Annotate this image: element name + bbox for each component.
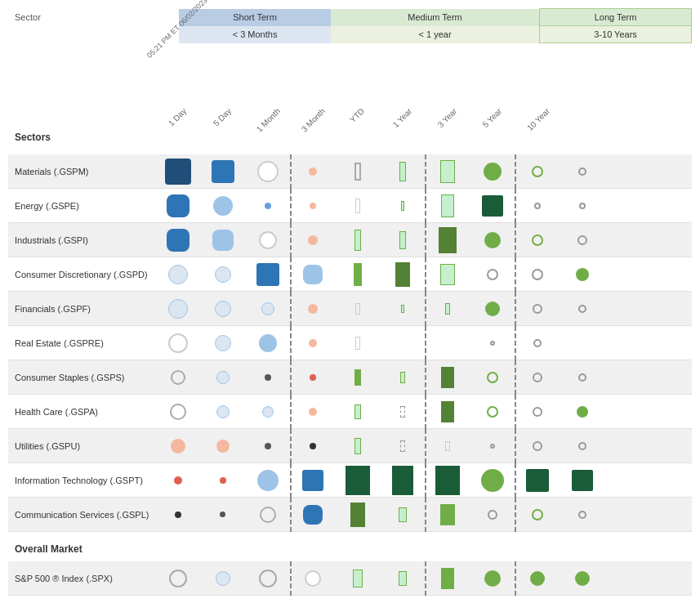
healthcare-label: Health Care (.GSPA): [8, 407, 155, 417]
col-5year: 5 Year: [470, 104, 515, 117]
materials-ytd: [380, 154, 425, 189]
realestate-cells: [155, 326, 692, 360]
comm-3month: [290, 498, 335, 532]
row-staples: Consumer Staples (.GSPS): [8, 360, 692, 395]
materials-1month: [245, 154, 290, 189]
materials-1day: [155, 154, 200, 189]
cd-3year: [470, 257, 515, 292]
col-3month: 3 Month: [290, 104, 335, 117]
hc-5year: [515, 395, 560, 429]
medium-term-header: Medium Term: [331, 9, 540, 26]
energy-1month: [245, 189, 290, 223]
it-3month-bar: [335, 463, 380, 498]
financials-cells: [155, 292, 692, 326]
hc-3year: [470, 395, 515, 429]
row-consumer-disc: Consumer Discretionary (.GSPD): [8, 257, 692, 292]
re-1month: [245, 326, 290, 360]
materials-cells: [155, 154, 692, 189]
hc-3month: [290, 395, 335, 429]
energy-3month-bar: [335, 189, 380, 223]
sector-column-label: Sector: [8, 9, 179, 26]
cs-3year: [470, 360, 515, 395]
staples-cells: [155, 360, 692, 395]
util-3month-bar: [335, 429, 380, 463]
long-term-header: Long Term: [540, 9, 692, 26]
ind-ytd: [380, 223, 425, 257]
spx-3year: [470, 561, 515, 596]
hc-3month-bar: [335, 395, 380, 429]
comm-3month-bar: [335, 498, 380, 532]
row-infotech: Information Technology (.GSPT): [8, 463, 692, 498]
terms-header: Sector Short Term Medium Term Long Term …: [8, 8, 692, 43]
spx-5year: [515, 561, 560, 596]
it-5day: [200, 463, 245, 498]
energy-label: Energy (.GSPE): [8, 201, 155, 211]
cs-10year: [560, 360, 604, 395]
util-10year: [560, 429, 604, 463]
row-financials: Financials (.GSPF): [8, 292, 692, 326]
hc-ytd: [380, 395, 425, 429]
util-1day: [155, 429, 200, 463]
materials-3month-bar: [335, 154, 380, 189]
materials-5year: [515, 154, 560, 189]
cd-1month: [245, 257, 290, 292]
it-1month: [245, 463, 290, 498]
cd-5year: [515, 257, 560, 292]
healthcare-cells: [155, 395, 692, 429]
hc-1year: [425, 395, 470, 429]
fin-1month: [245, 292, 290, 326]
hc-5day: [200, 395, 245, 429]
infotech-label: Information Technology (.GSPT): [8, 476, 155, 485]
cd-1year: [425, 257, 470, 292]
hc-10year: [560, 395, 604, 429]
spx-1day: [155, 561, 200, 596]
re-10year: [560, 326, 604, 360]
energy-1day: [155, 189, 200, 223]
ind-1year: [425, 223, 470, 257]
it-1day: [155, 463, 200, 498]
materials-5day: [200, 154, 245, 189]
it-3year: [470, 463, 515, 498]
ind-3year: [470, 223, 515, 257]
col-1month: 1 Month: [245, 104, 290, 117]
ind-3month: [290, 223, 335, 257]
fin-5day: [200, 292, 245, 326]
hc-1month: [245, 395, 290, 429]
energy-ytd: [380, 189, 425, 223]
col-ytd: YTD: [335, 104, 380, 117]
fin-5year: [515, 292, 560, 326]
row-industrials: Industrials (.GSPI): [8, 223, 692, 257]
util-3year: [470, 429, 515, 463]
it-5year: [515, 463, 560, 498]
fin-3year: [470, 292, 515, 326]
energy-cells: [155, 189, 692, 223]
overall-market-header: Overall Market: [8, 537, 692, 561]
re-3month: [290, 326, 335, 360]
re-1year: [425, 326, 470, 360]
row-energy: Energy (.GSPE): [8, 189, 692, 223]
materials-label: Materials (.GSPM): [8, 167, 155, 176]
consumer-disc-cells: [155, 257, 692, 292]
fin-1day: [155, 292, 200, 326]
util-1month: [245, 429, 290, 463]
financials-label: Financials (.GSPF): [8, 304, 155, 314]
row-utilities: Utilities (.GSPU): [8, 429, 692, 463]
short-term-sub: < 3 Months: [179, 26, 331, 43]
realestate-label: Real Estate (.GSPRE): [8, 338, 155, 348]
commservices-label: Communication Services (.GSPL): [8, 510, 155, 520]
re-5year: [515, 326, 560, 360]
materials-3month: [290, 154, 335, 189]
col-1day: 1 Day: [155, 104, 200, 117]
util-5day: [200, 429, 245, 463]
comm-ytd: [380, 498, 425, 532]
comm-5year: [515, 498, 560, 532]
util-ytd: [380, 429, 425, 463]
column-headers: 05:21 PM ET 06/02/2023 1 Day 5 Day 1 Mon…: [8, 51, 692, 117]
re-1day: [155, 326, 200, 360]
cd-1day: [155, 257, 200, 292]
row-materials: Materials (.GSPM): [8, 154, 692, 189]
materials-1year: [425, 154, 470, 189]
col-3year: 3 Year: [425, 104, 470, 117]
fin-3month-bar: [335, 292, 380, 326]
energy-5year: [515, 189, 560, 223]
